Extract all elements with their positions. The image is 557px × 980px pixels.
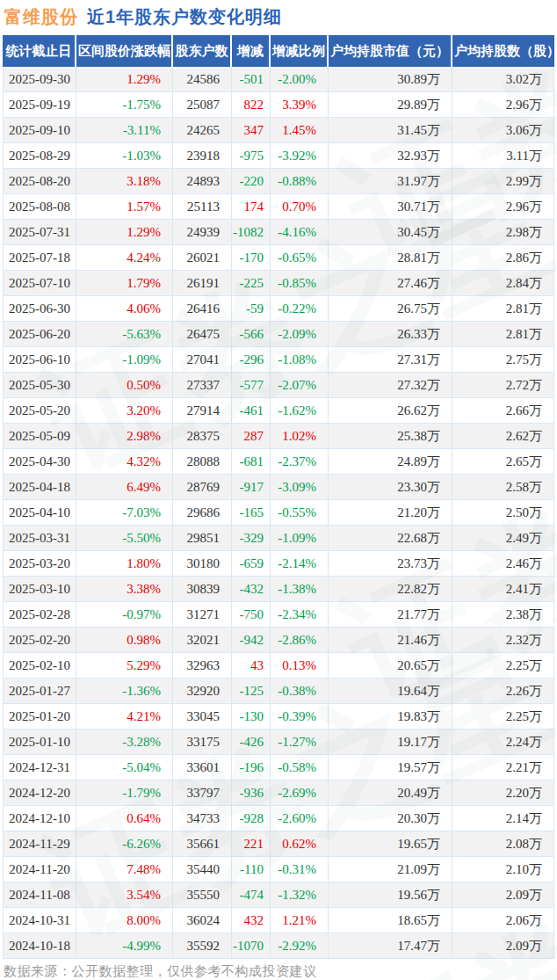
table-row: 2025-03-201.80%30180-659-2.14%23.73万2.46… bbox=[3, 551, 554, 577]
cell-delta-pct: -2.60% bbox=[271, 806, 329, 831]
cell-price-change: 3.18% bbox=[76, 169, 173, 194]
table-row: 2025-04-186.49%28769-917-3.09%23.30万2.58… bbox=[3, 475, 554, 500]
cell-holders: 29851 bbox=[173, 526, 232, 551]
cell-price-change: 8.00% bbox=[76, 908, 173, 933]
col-header-avg-shares: 户均持股数（股） bbox=[452, 35, 554, 67]
cell-avg-shares: 3.02万 bbox=[452, 67, 554, 92]
cell-avg-shares: 2.96万 bbox=[452, 194, 554, 220]
cell-delta: 287 bbox=[232, 424, 271, 449]
cell-delta: -681 bbox=[232, 449, 271, 475]
cell-delta: 432 bbox=[232, 908, 271, 933]
cell-price-change: -5.50% bbox=[76, 526, 173, 551]
cell-avg-value: 24.89万 bbox=[329, 449, 452, 475]
cell-price-change: -6.26% bbox=[76, 831, 173, 857]
cell-date: 2025-09-10 bbox=[3, 118, 76, 143]
cell-price-change: 2.98% bbox=[76, 424, 173, 449]
cell-holders: 31271 bbox=[173, 602, 232, 628]
cell-holders: 23918 bbox=[173, 143, 232, 169]
cell-avg-shares: 2.86万 bbox=[452, 245, 554, 271]
cell-holders: 33797 bbox=[173, 780, 232, 806]
cell-avg-shares: 3.11万 bbox=[452, 143, 554, 169]
cell-delta-pct: 0.70% bbox=[271, 194, 329, 220]
cell-avg-value: 20.30万 bbox=[329, 806, 452, 831]
cell-date: 2025-04-30 bbox=[3, 449, 76, 475]
cell-delta-pct: -1.09% bbox=[271, 526, 329, 551]
cell-holders: 27041 bbox=[173, 347, 232, 373]
cell-delta-pct: -0.22% bbox=[271, 296, 329, 322]
table-row: 2024-10-318.00%360244321.21%18.65万2.06万 bbox=[3, 908, 554, 933]
cell-avg-shares: 2.25万 bbox=[452, 704, 554, 730]
cell-avg-value: 27.46万 bbox=[329, 271, 452, 296]
cell-price-change: 1.80% bbox=[76, 551, 173, 577]
cell-date: 2025-09-30 bbox=[3, 67, 76, 92]
cell-price-change: 4.32% bbox=[76, 449, 173, 475]
cell-delta: 347 bbox=[232, 118, 271, 143]
cell-avg-shares: 2.99万 bbox=[452, 169, 554, 194]
cell-delta-pct: -0.85% bbox=[271, 271, 329, 296]
cell-avg-value: 27.31万 bbox=[329, 347, 452, 373]
table-row: 2025-05-300.50%27337-577-2.07%27.32万2.72… bbox=[3, 373, 554, 398]
data-source-note: 数据来源：公开数据整理，仅供参考不构成投资建议 bbox=[4, 963, 317, 980]
cell-avg-shares: 2.72万 bbox=[452, 373, 554, 398]
cell-price-change: 0.64% bbox=[76, 806, 173, 831]
table-row: 2025-08-081.57%251131740.70%30.71万2.96万 bbox=[3, 194, 554, 220]
cell-avg-value: 25.38万 bbox=[329, 424, 452, 449]
cell-delta-pct: -2.92% bbox=[271, 933, 329, 959]
table-row: 2025-04-10-7.03%29686-165-0.55%21.20万2.5… bbox=[3, 500, 554, 526]
cell-delta-pct: -2.14% bbox=[271, 551, 329, 577]
cell-price-change: 5.29% bbox=[76, 653, 173, 679]
cell-avg-shares: 2.32万 bbox=[452, 628, 554, 653]
cell-holders: 24586 bbox=[173, 67, 232, 92]
cell-holders: 32920 bbox=[173, 679, 232, 704]
cell-avg-value: 19.64万 bbox=[329, 679, 452, 704]
cell-avg-shares: 2.08万 bbox=[452, 831, 554, 857]
cell-delta-pct: -2.86% bbox=[271, 628, 329, 653]
cell-delta-pct: -3.92% bbox=[271, 143, 329, 169]
cell-avg-value: 20.65万 bbox=[329, 653, 452, 679]
col-header-date: 统计截止日 bbox=[3, 35, 76, 67]
cell-date: 2025-03-20 bbox=[3, 551, 76, 577]
cell-delta: -942 bbox=[232, 628, 271, 653]
cell-price-change: -3.11% bbox=[76, 118, 173, 143]
cell-holders: 24939 bbox=[173, 220, 232, 245]
cell-avg-shares: 2.81万 bbox=[452, 296, 554, 322]
cell-delta-pct: -2.09% bbox=[271, 322, 329, 347]
cell-avg-value: 18.65万 bbox=[329, 908, 452, 933]
cell-delta-pct: 1.45% bbox=[271, 118, 329, 143]
cell-holders: 32963 bbox=[173, 653, 232, 679]
cell-price-change: 1.79% bbox=[76, 271, 173, 296]
cell-avg-value: 21.20万 bbox=[329, 500, 452, 526]
cell-avg-shares: 3.06万 bbox=[452, 118, 554, 143]
cell-price-change: 0.50% bbox=[76, 373, 173, 398]
cell-delta: -110 bbox=[232, 857, 271, 882]
cell-price-change: -1.03% bbox=[76, 143, 173, 169]
cell-delta-pct: 1.21% bbox=[271, 908, 329, 933]
table-row: 2025-05-092.98%283752871.02%25.38万2.62万 bbox=[3, 424, 554, 449]
cell-date: 2025-07-10 bbox=[3, 271, 76, 296]
cell-avg-value: 32.93万 bbox=[329, 143, 452, 169]
cell-holders: 33175 bbox=[173, 730, 232, 755]
cell-delta: -130 bbox=[232, 704, 271, 730]
cell-avg-shares: 2.09万 bbox=[452, 882, 554, 908]
cell-avg-shares: 2.81万 bbox=[452, 322, 554, 347]
cell-delta-pct: 0.13% bbox=[271, 653, 329, 679]
col-header-delta: 增减 bbox=[232, 35, 271, 67]
cell-date: 2024-11-08 bbox=[3, 882, 76, 908]
cell-delta-pct: -1.38% bbox=[271, 577, 329, 602]
cell-delta-pct: -0.31% bbox=[271, 857, 329, 882]
cell-avg-value: 20.49万 bbox=[329, 780, 452, 806]
col-header-price-change: 区间股价涨跌幅 bbox=[76, 35, 173, 67]
cell-avg-shares: 2.98万 bbox=[452, 220, 554, 245]
cell-price-change: 1.29% bbox=[76, 220, 173, 245]
cell-date: 2025-03-31 bbox=[3, 526, 76, 551]
cell-price-change: 1.29% bbox=[76, 67, 173, 92]
table-row: 2025-09-301.29%24586-501-2.00%30.89万3.02… bbox=[3, 67, 554, 92]
cell-date: 2025-08-20 bbox=[3, 169, 76, 194]
cell-price-change: -0.97% bbox=[76, 602, 173, 628]
cell-avg-value: 19.17万 bbox=[329, 730, 452, 755]
cell-price-change: 3.20% bbox=[76, 398, 173, 424]
cell-date: 2024-11-20 bbox=[3, 857, 76, 882]
cell-delta-pct: -0.58% bbox=[271, 755, 329, 780]
cell-holders: 35592 bbox=[173, 933, 232, 959]
cell-delta-pct: -0.38% bbox=[271, 679, 329, 704]
